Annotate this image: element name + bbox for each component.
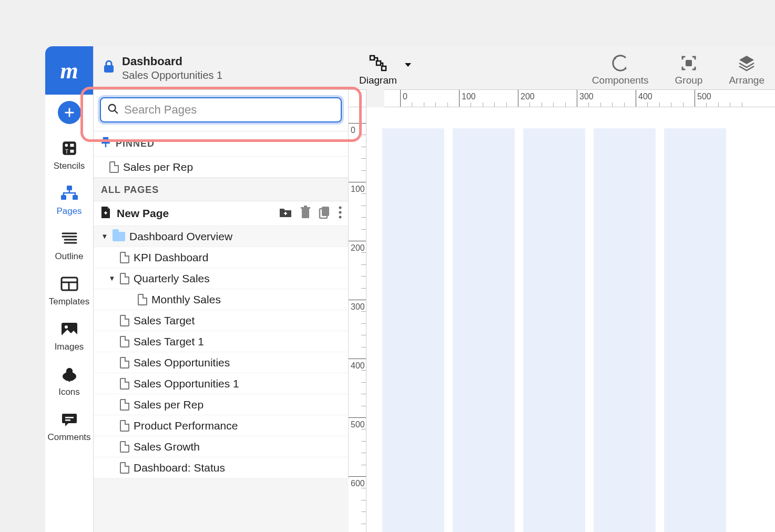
- canvas[interactable]: [366, 107, 775, 532]
- all-pages-heading: ALL PAGES: [94, 178, 348, 201]
- svg-rect-36: [382, 66, 386, 70]
- rail-images[interactable]: Images: [45, 312, 93, 357]
- tree-page-item[interactable]: Dashboard: Status: [94, 457, 348, 478]
- svg-rect-4: [70, 150, 74, 153]
- chevron-down-icon[interactable]: ▼: [108, 274, 116, 282]
- duplicate-icon[interactable]: [319, 206, 331, 221]
- tree-item-label: KPI Dashboard: [134, 251, 208, 264]
- images-icon: [59, 319, 80, 340]
- components-icon: [611, 54, 630, 73]
- svg-point-15: [70, 373, 76, 380]
- tree-item-label: Sales Growth: [134, 441, 200, 453]
- comments-icon: [59, 409, 80, 430]
- tool-components[interactable]: Components: [592, 54, 649, 86]
- svg-point-14: [63, 373, 69, 380]
- ruler-vertical: 0100200300400500600: [349, 107, 366, 532]
- pinned-heading: PINNED: [94, 131, 348, 157]
- rail-outline[interactable]: Outline: [45, 222, 93, 267]
- svg-rect-18: [65, 420, 70, 421]
- toolbar: Diagram Components Group: [349, 46, 775, 89]
- svg-point-13: [66, 368, 73, 374]
- svg-point-1: [65, 144, 68, 147]
- tree-page-item[interactable]: Sales Target: [94, 310, 348, 331]
- svg-rect-34: [370, 56, 374, 60]
- svg-rect-23: [105, 211, 106, 214]
- icons-icon: [59, 364, 80, 385]
- svg-rect-16: [68, 377, 70, 382]
- more-icon[interactable]: [339, 206, 342, 221]
- rail-templates[interactable]: Templates: [45, 267, 93, 312]
- svg-rect-19: [104, 65, 114, 73]
- search-input[interactable]: [124, 103, 334, 117]
- templates-icon: [59, 273, 80, 294]
- rail-stencils[interactable]: T Stencils: [45, 131, 93, 177]
- tool-arrange[interactable]: Arrange: [729, 54, 764, 86]
- page-icon: [120, 441, 129, 453]
- page-icon: [138, 294, 147, 305]
- tree-page-item[interactable]: Sales Opportunities 1: [94, 373, 348, 394]
- rail-label: Outline: [55, 251, 84, 262]
- tree-item-label: Sales per Rep: [134, 398, 203, 411]
- tree-page-item[interactable]: Sales Opportunities: [94, 352, 348, 373]
- new-page-row: New Page: [94, 201, 348, 226]
- new-page-icon: [100, 206, 111, 221]
- tool-diagram[interactable]: Diagram: [359, 54, 397, 86]
- rail-label: Images: [55, 342, 84, 352]
- svg-rect-7: [73, 195, 78, 200]
- tree-item-label: Product Performance: [134, 420, 238, 432]
- left-rail: m T Stencils Pages Outline: [45, 46, 94, 532]
- svg-rect-26: [302, 209, 309, 218]
- add-button[interactable]: [45, 95, 93, 131]
- tree-item-label: Sales Opportunities 1: [134, 377, 239, 390]
- pages-panel: PINNED Sales per Rep ALL PAGES New Page: [94, 89, 349, 478]
- tree-page-item[interactable]: KPI Dashboard: [94, 247, 348, 268]
- tree-page-item[interactable]: Sales per Rep: [94, 394, 348, 415]
- new-folder-icon[interactable]: [279, 207, 292, 220]
- layout-grid: [382, 128, 775, 532]
- tree-folder[interactable]: ▼ Dashboard Overview: [94, 226, 348, 247]
- chevron-down-icon[interactable]: ▼: [101, 232, 108, 240]
- tree-page-item[interactable]: Sales Growth: [94, 436, 348, 457]
- svg-line-21: [115, 110, 118, 114]
- page-icon: [120, 357, 129, 369]
- page-icon: [120, 462, 129, 474]
- group-icon: [679, 54, 698, 73]
- plus-icon: [58, 101, 81, 124]
- arrange-icon: [737, 54, 756, 73]
- delete-icon[interactable]: [300, 206, 311, 221]
- tree-page-item[interactable]: Sales Target 1: [94, 331, 348, 352]
- new-page-label[interactable]: New Page: [117, 207, 273, 220]
- page-title: Dashboard: [122, 55, 222, 68]
- pages-icon: [59, 183, 80, 204]
- rail-label: Comments: [47, 432, 90, 443]
- svg-rect-5: [67, 186, 72, 190]
- tree-page-item[interactable]: Product Performance: [94, 415, 348, 436]
- tree-item-label: Dashboard: Status: [134, 462, 225, 474]
- tree-page-item[interactable]: ▼Quarterly Sales: [94, 268, 348, 289]
- page-icon: [120, 336, 129, 347]
- folder-icon: [113, 232, 125, 241]
- tree-item-label: Monthly Sales: [151, 293, 221, 306]
- rail-label: Stencils: [54, 161, 85, 171]
- svg-point-33: [339, 216, 342, 219]
- tree-page-item[interactable]: Monthly Sales: [94, 289, 348, 310]
- svg-rect-25: [285, 212, 286, 215]
- outline-icon: [59, 228, 80, 249]
- page-subtitle: Sales Opportunities 1: [122, 69, 222, 81]
- svg-text:T: T: [65, 148, 68, 155]
- page-icon: [120, 378, 129, 390]
- svg-point-31: [339, 207, 342, 209]
- svg-rect-29: [322, 207, 329, 216]
- svg-rect-17: [65, 417, 74, 418]
- tool-group[interactable]: Group: [675, 54, 703, 86]
- search-pages-field[interactable]: [100, 97, 342, 122]
- tree-item-label: Quarterly Sales: [134, 272, 210, 285]
- app-logo: m: [45, 46, 93, 95]
- tree-item-label: Sales Target 1: [134, 335, 204, 348]
- dropdown-caret-icon[interactable]: [404, 60, 412, 70]
- rail-comments[interactable]: Comments: [45, 403, 93, 448]
- rail-icons[interactable]: Icons: [45, 357, 93, 403]
- svg-point-32: [339, 211, 342, 214]
- pinned-item[interactable]: Sales per Rep: [94, 157, 348, 178]
- rail-pages[interactable]: Pages: [45, 177, 93, 222]
